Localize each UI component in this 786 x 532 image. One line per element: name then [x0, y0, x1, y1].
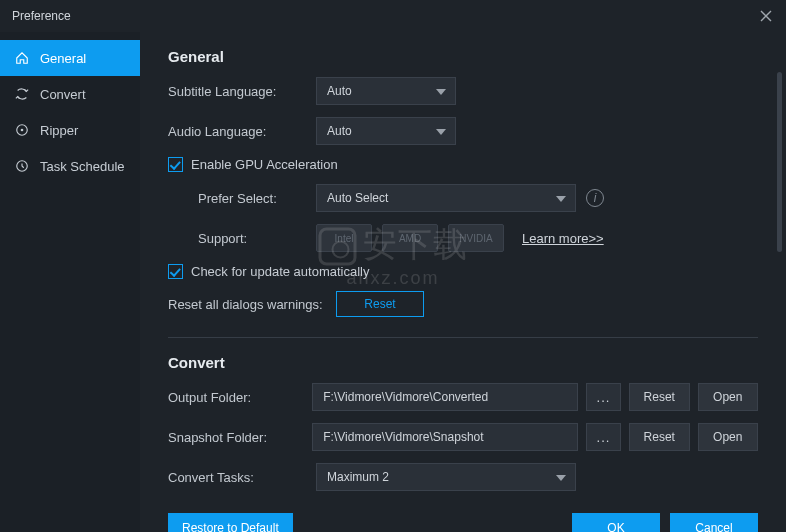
audio-language-select[interactable]: Auto [316, 117, 456, 145]
clock-icon [14, 158, 30, 174]
subtitle-language-label: Subtitle Language: [168, 84, 316, 99]
output-folder-browse-button[interactable]: ... [586, 383, 621, 411]
cancel-button[interactable]: Cancel [670, 513, 758, 532]
content-panel: General Subtitle Language: Auto Audio La… [140, 32, 786, 532]
close-icon [760, 10, 772, 22]
sidebar: General Convert Ripper Task Schedule [0, 32, 140, 532]
reset-dialogs-button[interactable]: Reset [336, 291, 424, 317]
ok-button[interactable]: OK [572, 513, 660, 532]
svg-point-1 [21, 129, 24, 132]
prefer-select-label: Prefer Select: [168, 191, 316, 206]
chip-amd: AMD [382, 224, 438, 252]
footer: Restore to Default OK Cancel [168, 503, 758, 532]
sidebar-item-label: General [40, 51, 86, 66]
sidebar-item-convert[interactable]: Convert [0, 76, 140, 112]
snapshot-folder-input[interactable]: F:\Vidmore\Vidmore\Snapshot [312, 423, 578, 451]
snapshot-folder-reset-button[interactable]: Reset [629, 423, 689, 451]
info-icon[interactable]: i [586, 189, 604, 207]
snapshot-folder-label: Snapshot Folder: [168, 430, 312, 445]
snapshot-folder-open-button[interactable]: Open [698, 423, 758, 451]
output-folder-reset-button[interactable]: Reset [629, 383, 689, 411]
sidebar-item-general[interactable]: General [0, 40, 140, 76]
support-label: Support: [168, 231, 316, 246]
auto-update-label: Check for update automatically [191, 264, 369, 279]
titlebar: Preference [0, 0, 786, 32]
sidebar-item-task-schedule[interactable]: Task Schedule [0, 148, 140, 184]
chip-intel: Intel [316, 224, 372, 252]
subtitle-language-select[interactable]: Auto [316, 77, 456, 105]
sidebar-item-label: Convert [40, 87, 86, 102]
section-title-general: General [168, 48, 758, 65]
convert-tasks-select[interactable]: Maximum 2 [316, 463, 576, 491]
window-title: Preference [12, 9, 71, 23]
sidebar-item-label: Ripper [40, 123, 78, 138]
prefer-select-dropdown[interactable]: Auto Select [316, 184, 576, 212]
chip-nvidia: NVIDIA [448, 224, 504, 252]
convert-icon [14, 86, 30, 102]
output-folder-label: Output Folder: [168, 390, 312, 405]
learn-more-link[interactable]: Learn more>> [522, 231, 604, 246]
gpu-brand-chips: Intel AMD NVIDIA [316, 224, 504, 252]
output-folder-open-button[interactable]: Open [698, 383, 758, 411]
audio-language-label: Audio Language: [168, 124, 316, 139]
close-button[interactable] [758, 8, 774, 24]
restore-default-button[interactable]: Restore to Default [168, 513, 293, 532]
divider [168, 337, 758, 338]
home-icon [14, 50, 30, 66]
convert-tasks-label: Convert Tasks: [168, 470, 316, 485]
scrollbar[interactable] [777, 72, 782, 372]
snapshot-folder-browse-button[interactable]: ... [586, 423, 621, 451]
gpu-acceleration-label: Enable GPU Acceleration [191, 157, 338, 172]
sidebar-item-ripper[interactable]: Ripper [0, 112, 140, 148]
disc-icon [14, 122, 30, 138]
output-folder-input[interactable]: F:\Vidmore\Vidmore\Converted [312, 383, 578, 411]
scrollbar-thumb[interactable] [777, 72, 782, 252]
sidebar-item-label: Task Schedule [40, 159, 125, 174]
section-title-convert: Convert [168, 354, 758, 371]
auto-update-checkbox[interactable] [168, 264, 183, 279]
reset-dialogs-label: Reset all dialogs warnings: [168, 297, 336, 312]
gpu-acceleration-checkbox[interactable] [168, 157, 183, 172]
